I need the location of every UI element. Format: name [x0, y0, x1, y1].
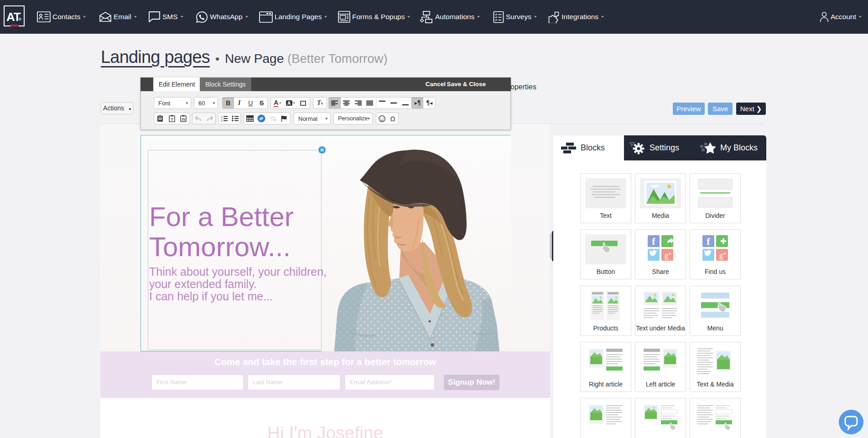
svg-text:2: 2 — [221, 119, 223, 122]
svg-text:f: f — [652, 236, 655, 247]
svg-text:g: g — [719, 251, 723, 260]
svg-text:+: + — [723, 251, 726, 256]
svg-text:W: W — [182, 119, 185, 121]
svg-text:T: T — [171, 117, 173, 122]
svg-text:f: f — [707, 236, 710, 247]
svg-text:g: g — [665, 251, 669, 260]
svg-text:1: 1 — [221, 115, 223, 119]
svg-text:+: + — [669, 251, 671, 256]
